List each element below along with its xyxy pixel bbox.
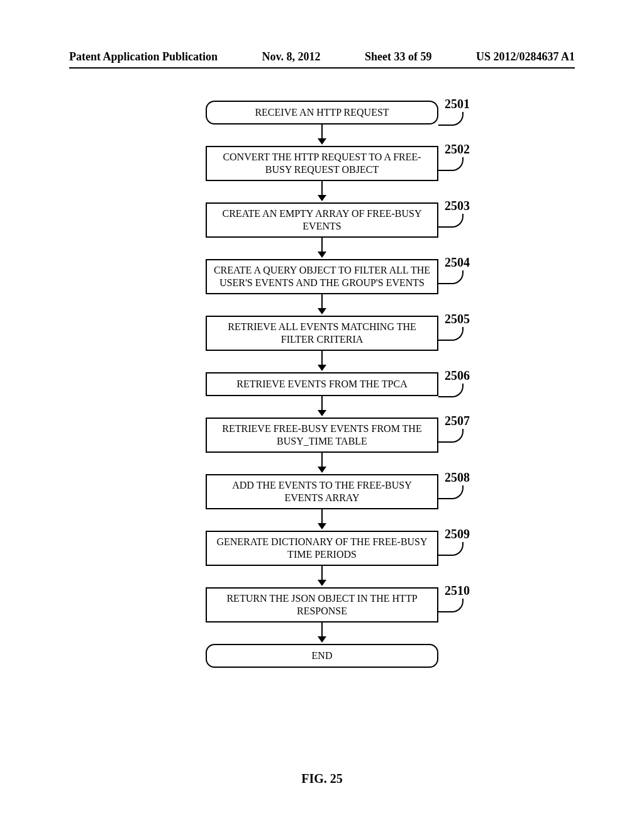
flow-step-box: GENERATE DICTIONARY OF THE FREE-BUSY TIM… bbox=[206, 531, 438, 566]
flow-step-reference-number: 2501 bbox=[445, 97, 470, 111]
flow-step: ADD THE EVENTS TO THE FREE-BUSY EVENTS A… bbox=[206, 474, 438, 509]
flow-step: RECEIVE AN HTTP REQUEST2501 bbox=[206, 101, 438, 124]
header-sheet: Sheet 33 of 59 bbox=[365, 50, 432, 64]
flow-step: RETRIEVE ALL EVENTS MATCHING THE FILTER … bbox=[206, 316, 438, 351]
flowchart: RECEIVE AN HTTP REQUEST2501CONVERT THE H… bbox=[0, 101, 644, 668]
flow-step-box: ADD THE EVENTS TO THE FREE-BUSY EVENTS A… bbox=[206, 474, 438, 509]
flow-step: CREATE AN EMPTY ARRAY OF FREE-BUSY EVENT… bbox=[206, 202, 438, 238]
flow-step-box: RECEIVE AN HTTP REQUEST bbox=[206, 101, 438, 124]
flow-step-box: CONVERT THE HTTP REQUEST TO A FREE-BUSY … bbox=[206, 146, 438, 181]
flow-step-reference-number: 2502 bbox=[445, 142, 470, 157]
flow-step: END bbox=[206, 644, 438, 668]
flow-step-reference-number: 2505 bbox=[445, 312, 470, 326]
flow-arrow-down bbox=[318, 622, 326, 644]
flow-step: GENERATE DICTIONARY OF THE FREE-BUSY TIM… bbox=[206, 531, 438, 566]
flow-arrow-down bbox=[318, 453, 326, 474]
flow-step: RETRIEVE EVENTS FROM THE TPCA2506 bbox=[206, 372, 438, 396]
flow-arrow-down bbox=[318, 396, 326, 418]
page-header: Patent Application Publication Nov. 8, 2… bbox=[0, 50, 644, 74]
flow-step-box: RETRIEVE ALL EVENTS MATCHING THE FILTER … bbox=[206, 316, 438, 351]
header-left: Patent Application Publication bbox=[69, 50, 218, 64]
flow-step: CREATE A QUERY OBJECT TO FILTER ALL THE … bbox=[206, 259, 438, 294]
flow-step-reference-number: 2503 bbox=[445, 199, 470, 213]
callout-line bbox=[438, 270, 464, 284]
flow-step-box: RETURN THE JSON OBJECT IN THE HTTP RESPO… bbox=[206, 587, 438, 622]
flow-step: RETRIEVE FREE-BUSY EVENTS FROM THE BUSY_… bbox=[206, 418, 438, 453]
flow-step-reference-number: 2506 bbox=[445, 368, 470, 383]
flow-step-box: RETRIEVE FREE-BUSY EVENTS FROM THE BUSY_… bbox=[206, 418, 438, 453]
callout-line bbox=[438, 542, 464, 556]
flow-arrow-down bbox=[318, 351, 326, 372]
callout-line bbox=[438, 214, 464, 228]
callout-line bbox=[438, 599, 464, 612]
flow-step-reference-number: 2509 bbox=[445, 527, 470, 541]
flow-arrow-down bbox=[318, 566, 326, 587]
flow-arrow-down bbox=[318, 238, 326, 259]
flow-step: CONVERT THE HTTP REQUEST TO A FREE-BUSY … bbox=[206, 146, 438, 181]
header-pubno: US 2012/0284637 A1 bbox=[476, 50, 575, 64]
callout-line bbox=[438, 429, 464, 443]
callout-line bbox=[438, 327, 464, 341]
flow-arrow-down bbox=[318, 294, 326, 316]
callout-line bbox=[438, 157, 464, 171]
flow-step-box: RETRIEVE EVENTS FROM THE TPCA bbox=[206, 372, 438, 396]
flow-step-reference-number: 2504 bbox=[445, 255, 470, 270]
flow-step: RETURN THE JSON OBJECT IN THE HTTP RESPO… bbox=[206, 587, 438, 622]
flow-step-reference-number: 2508 bbox=[445, 470, 470, 485]
flow-arrow-down bbox=[318, 124, 326, 146]
flow-step-box: CREATE AN EMPTY ARRAY OF FREE-BUSY EVENT… bbox=[206, 202, 438, 238]
flow-step-reference-number: 2510 bbox=[445, 584, 470, 598]
flow-arrow-down bbox=[318, 181, 326, 202]
flow-step-box: CREATE A QUERY OBJECT TO FILTER ALL THE … bbox=[206, 259, 438, 294]
figure-caption: FIG. 25 bbox=[0, 772, 644, 786]
callout-line bbox=[438, 384, 464, 397]
flow-arrow-down bbox=[318, 509, 326, 531]
callout-line bbox=[438, 112, 464, 126]
flow-step-reference-number: 2507 bbox=[445, 414, 470, 428]
header-date: Nov. 8, 2012 bbox=[262, 50, 321, 64]
flow-step-box: END bbox=[206, 644, 438, 668]
callout-line bbox=[438, 485, 464, 499]
